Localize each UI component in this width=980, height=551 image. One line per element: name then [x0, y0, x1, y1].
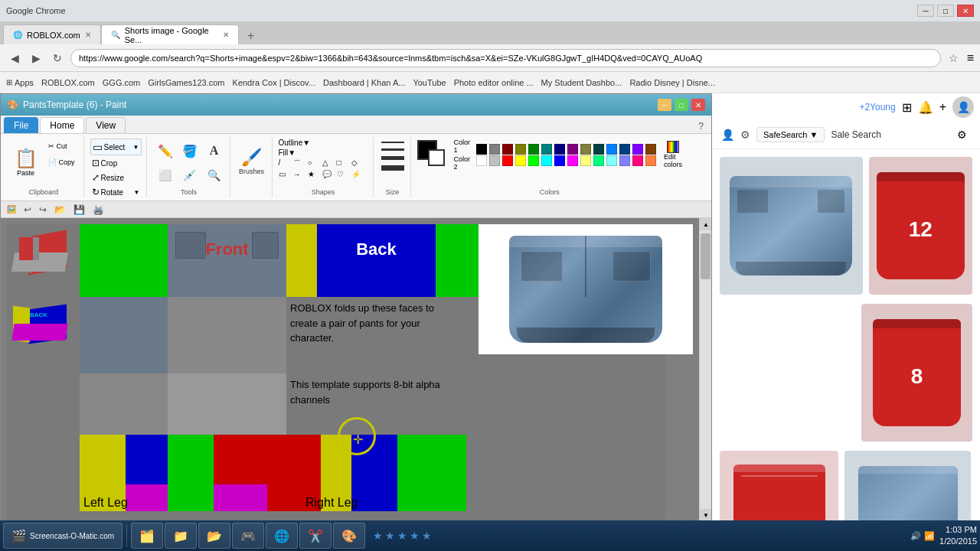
select-btn[interactable]: ▭ Select ▼	[90, 139, 142, 155]
scroll-up-btn[interactable]: ▲	[700, 218, 711, 230]
color-swatch-17[interactable]	[515, 155, 526, 166]
color-swatch-2[interactable]	[502, 144, 513, 155]
resize-btn[interactable]: ⤢ Resize	[90, 171, 142, 184]
cut-btn[interactable]: ✂ Cut	[44, 139, 79, 154]
shape-ellipse[interactable]: ○	[308, 158, 322, 169]
taskbar-explorer-1[interactable]: 🗂️	[131, 523, 163, 549]
eraser-btn[interactable]: ⬜	[153, 163, 178, 187]
color-swatch-3[interactable]	[515, 144, 526, 155]
minimize-btn[interactable]: ─	[917, 5, 934, 17]
bookmark-youtube[interactable]: YouTube	[413, 78, 446, 87]
print-btn[interactable]: 🖨️	[90, 204, 107, 216]
color-swatch-25[interactable]	[619, 155, 630, 166]
restore-btn[interactable]: □	[937, 5, 954, 17]
open-btn[interactable]: 📂	[51, 204, 69, 216]
network-icon[interactable]: 📶	[924, 531, 935, 541]
text-btn[interactable]: A	[202, 139, 227, 163]
shape-heart[interactable]: ♡	[337, 170, 351, 178]
color-swatch-0[interactable]	[476, 144, 487, 155]
taskbar-screencast[interactable]: 🎬 Screencast-O-Matic.com	[3, 523, 122, 549]
taskbar-chrome[interactable]: 🌐	[266, 523, 298, 549]
undo-btn[interactable]: ↩	[21, 204, 34, 216]
tab-close-google[interactable]: ✕	[223, 31, 229, 39]
shape-arrow[interactable]: →	[293, 170, 307, 178]
color-swatch-4[interactable]	[528, 144, 539, 155]
eyedropper-btn[interactable]: 💉	[178, 163, 202, 187]
color-swatch-24[interactable]	[606, 155, 617, 166]
pencil-btn[interactable]: ✏️	[153, 139, 178, 163]
size-3[interactable]	[381, 156, 404, 160]
taskbar-explorer-3[interactable]: 📂	[198, 523, 230, 549]
user-avatar[interactable]: 👤	[952, 96, 974, 118]
shape-triangle[interactable]: △	[322, 158, 336, 169]
taskbar-explorer-2[interactable]: 📁	[165, 523, 197, 549]
view-tab[interactable]: View	[86, 117, 126, 133]
color-swatch-12[interactable]	[632, 144, 643, 155]
copy-btn[interactable]: 📄 Copy	[44, 155, 79, 170]
time-display[interactable]: 1:03 PM 1/20/2015	[939, 524, 977, 548]
forward-btn[interactable]: ▶	[28, 50, 44, 67]
bookmark-radio[interactable]: Radio Disney | Disne...	[629, 78, 715, 87]
home-tab[interactable]: Home	[40, 117, 84, 133]
shape-curve[interactable]: ⌒	[293, 158, 307, 169]
color-swatch-26[interactable]	[632, 155, 643, 166]
color-swatch-7[interactable]	[567, 144, 578, 155]
star-btn[interactable]: ☆	[946, 50, 962, 67]
help-icon[interactable]: ?	[694, 119, 708, 133]
grid-apps-icon[interactable]: ⊞	[902, 100, 912, 115]
shape-star[interactable]: ★	[308, 170, 322, 178]
back-btn[interactable]: ◀	[6, 50, 23, 67]
tab-google[interactable]: 🔍 Shorts image - Google Se... ✕	[101, 24, 239, 44]
shape-rect2[interactable]: ▭	[279, 170, 292, 178]
color-swatch-20[interactable]	[554, 155, 565, 166]
color-swatch-6[interactable]	[554, 144, 565, 155]
close-btn[interactable]: ✕	[957, 5, 974, 17]
bookmark-kendra[interactable]: Kendra Cox | Discov...	[233, 78, 315, 87]
color-swatch-18[interactable]	[528, 155, 539, 166]
color-swatch-14[interactable]	[476, 155, 487, 166]
zoom-btn[interactable]: 🔍	[202, 163, 227, 187]
color-swatch-9[interactable]	[593, 144, 604, 155]
tab-roblox[interactable]: 🌐 ROBLOX.com ✕	[3, 24, 101, 44]
bookmark-khan[interactable]: Dashboard | Khan A...	[323, 78, 405, 87]
image-result-red-12[interactable]: 12	[869, 157, 972, 295]
file-tab[interactable]: File	[4, 117, 38, 133]
speaker-icon[interactable]: 🔊	[910, 531, 921, 541]
color-swatch-16[interactable]	[502, 155, 513, 166]
taskbar-game[interactable]: 🎮	[232, 523, 264, 549]
canvas-area[interactable]: ▲ ▼	[1, 218, 711, 533]
save-btn[interactable]: 💾	[70, 204, 88, 216]
taskbar-paint[interactable]: 🎨	[333, 523, 365, 549]
quick-access-icon[interactable]: 🖼️	[4, 204, 19, 214]
safe-search-dropdown[interactable]: SafeSearch ▼	[756, 127, 825, 142]
settings-btn[interactable]: ≡	[967, 51, 974, 65]
color-swatch-5[interactable]	[541, 144, 552, 155]
vertical-scrollbar[interactable]: ▲ ▼	[699, 218, 711, 521]
scroll-down-btn[interactable]: ▼	[700, 509, 711, 521]
color-swatch-27[interactable]	[645, 155, 656, 166]
shape-callout[interactable]: 💬	[322, 170, 336, 178]
reload-btn[interactable]: ↻	[49, 50, 66, 67]
paint-minimize-btn[interactable]: ─	[658, 99, 671, 111]
color-swatch-13[interactable]	[645, 144, 656, 155]
crop-btn[interactable]: ⊡ Crop	[90, 156, 142, 170]
bookmark-girlsgames[interactable]: GirlsGames123.com	[148, 78, 224, 87]
image-result-red-8[interactable]: 8	[861, 304, 972, 442]
bookmark-roblox[interactable]: ROBLOX.com	[41, 78, 95, 87]
shape-rect[interactable]: □	[337, 158, 351, 169]
notifications-icon[interactable]: 🔔	[918, 100, 933, 115]
color-swatch-10[interactable]	[606, 144, 617, 155]
bookmark-apps[interactable]: ⊞ Apps	[6, 78, 34, 87]
brushes-btn[interactable]: 🖌️ Brushes	[237, 139, 267, 184]
redo-btn[interactable]: ↪	[36, 204, 50, 216]
bookmark-student[interactable]: My Student Dashbo...	[541, 78, 622, 87]
paint-maximize-btn[interactable]: □	[675, 99, 688, 111]
color-swatch-21[interactable]	[567, 155, 578, 166]
shape-diamond[interactable]: ◇	[351, 158, 365, 169]
fill-btn[interactable]: 🪣	[178, 139, 202, 163]
bookmark-photo[interactable]: Photo editor online ...	[454, 78, 534, 87]
settings-gear-btn[interactable]: ⚙	[952, 126, 971, 144]
color2-swatch[interactable]	[428, 149, 445, 166]
paint-close-btn[interactable]: ✕	[691, 99, 705, 111]
shape-lightning[interactable]: ⚡	[351, 170, 365, 178]
